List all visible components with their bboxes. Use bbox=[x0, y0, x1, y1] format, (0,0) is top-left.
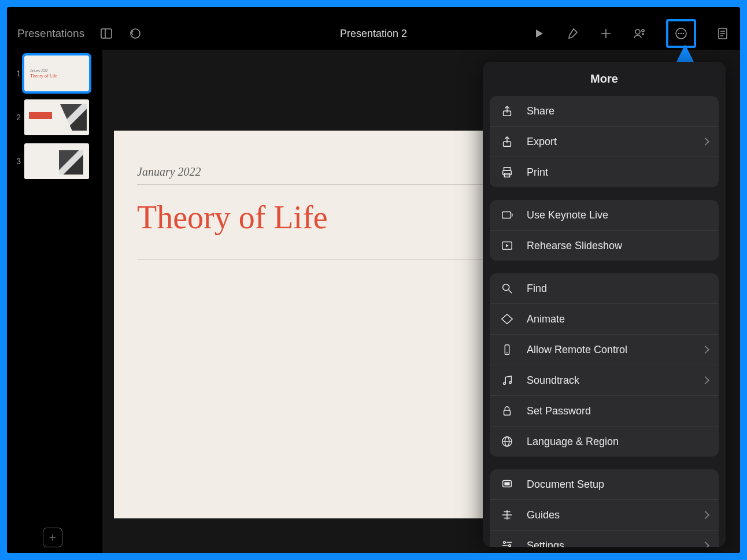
search-icon bbox=[500, 281, 514, 295]
menu-group-tools: Find Animate Allow Remote Control Soundt… bbox=[490, 273, 719, 457]
svg-point-6 bbox=[642, 29, 644, 32]
menu-label: Allow Remote Control bbox=[527, 344, 690, 356]
menu-label: Language & Region bbox=[527, 436, 708, 448]
slide-thumb-3[interactable]: 3 bbox=[7, 143, 102, 179]
menu-rehearse[interactable]: Rehearse Slideshow bbox=[490, 231, 719, 261]
svg-rect-29 bbox=[505, 345, 509, 355]
thumb-title: Theory of Life bbox=[30, 73, 83, 79]
svg-rect-33 bbox=[504, 410, 511, 415]
document-setup-icon bbox=[500, 477, 514, 491]
svg-marker-28 bbox=[502, 314, 512, 324]
svg-point-31 bbox=[504, 383, 506, 385]
menu-animate[interactable]: Animate bbox=[490, 304, 719, 335]
menu-label: Animate bbox=[527, 313, 708, 325]
menu-keynote-live[interactable]: Use Keynote Live bbox=[490, 200, 719, 231]
menu-document-setup[interactable]: Document Setup bbox=[490, 469, 719, 500]
settings-icon bbox=[500, 539, 514, 547]
svg-point-10 bbox=[678, 33, 680, 35]
menu-language[interactable]: Language & Region bbox=[490, 427, 719, 457]
thumb-number: 2 bbox=[14, 113, 21, 122]
svg-point-30 bbox=[506, 352, 508, 353]
more-button-highlighted[interactable] bbox=[666, 19, 696, 48]
menu-label: Print bbox=[527, 166, 708, 179]
export-icon bbox=[500, 135, 514, 149]
menu-label: Settings bbox=[527, 540, 690, 548]
status-bar bbox=[7, 7, 740, 17]
music-icon bbox=[500, 373, 514, 387]
chevron-right-icon bbox=[701, 138, 709, 146]
slide-thumbnail: January 2022 Theory of Life bbox=[24, 55, 89, 91]
menu-soundtrack[interactable]: Soundtrack bbox=[490, 365, 719, 396]
menu-remote[interactable]: Allow Remote Control bbox=[490, 335, 719, 365]
slide-thumb-2[interactable]: 2 bbox=[7, 99, 102, 135]
menu-label: Soundtrack bbox=[527, 374, 690, 387]
paintbrush-icon[interactable] bbox=[565, 27, 579, 40]
menu-group-settings: Document Setup Guides Settings bbox=[490, 469, 719, 547]
menu-label: Guides bbox=[527, 509, 690, 521]
menu-label: Find bbox=[527, 283, 708, 295]
menu-label: Share bbox=[527, 105, 708, 117]
svg-point-45 bbox=[509, 544, 511, 547]
menu-group-share: Share Export Print bbox=[490, 96, 719, 187]
document-title[interactable]: Presentation 2 bbox=[255, 28, 493, 40]
globe-icon bbox=[500, 435, 514, 448]
sidebar-toggle-icon[interactable] bbox=[99, 27, 113, 40]
toolbar: Presentations Presentation 2 bbox=[7, 17, 740, 50]
menu-group-present: Use Keynote Live Rehearse Slideshow bbox=[490, 200, 719, 261]
menu-print[interactable]: Print bbox=[490, 157, 719, 187]
remote-icon bbox=[500, 343, 514, 357]
print-icon bbox=[500, 165, 514, 179]
svg-point-11 bbox=[681, 33, 682, 35]
menu-label: Document Setup bbox=[527, 479, 708, 491]
svg-rect-24 bbox=[502, 212, 511, 218]
undo-icon[interactable] bbox=[128, 27, 142, 40]
chevron-right-icon bbox=[701, 346, 709, 354]
popover-title: More bbox=[483, 72, 726, 86]
thumb-date: January 2022 bbox=[30, 69, 83, 72]
share-icon bbox=[500, 104, 514, 118]
add-slide-button[interactable] bbox=[43, 528, 62, 547]
play-icon[interactable] bbox=[532, 27, 546, 40]
thumb-number: 3 bbox=[14, 157, 21, 166]
lock-icon bbox=[500, 404, 514, 418]
menu-label: Use Keynote Live bbox=[527, 209, 708, 221]
menu-label: Export bbox=[527, 136, 690, 148]
svg-point-32 bbox=[509, 381, 512, 384]
document-options-icon[interactable] bbox=[716, 27, 730, 40]
thumb-number: 1 bbox=[14, 69, 21, 78]
slide-thumbnail bbox=[24, 143, 89, 179]
chevron-right-icon bbox=[701, 376, 709, 384]
guides-icon bbox=[500, 508, 514, 522]
menu-export[interactable]: Export bbox=[490, 127, 719, 157]
ellipsis-icon bbox=[674, 27, 688, 40]
menu-password[interactable]: Set Password bbox=[490, 396, 719, 427]
svg-rect-21 bbox=[504, 168, 511, 171]
animate-icon bbox=[500, 312, 514, 326]
slide-navigator: 1 January 2022 Theory of Life 2 3 bbox=[7, 50, 102, 553]
svg-line-27 bbox=[509, 290, 512, 294]
collaborate-icon[interactable] bbox=[633, 27, 646, 40]
slide-thumbnail bbox=[24, 99, 89, 135]
svg-rect-0 bbox=[101, 29, 112, 38]
plus-icon[interactable] bbox=[599, 27, 613, 40]
back-button[interactable]: Presentations bbox=[17, 27, 84, 40]
menu-guides[interactable]: Guides bbox=[490, 500, 719, 531]
chevron-right-icon bbox=[701, 542, 709, 547]
more-popover: More Share Export Print Use Keynote Live bbox=[483, 62, 726, 547]
svg-point-43 bbox=[504, 542, 506, 544]
menu-settings[interactable]: Settings bbox=[490, 531, 719, 547]
rehearse-icon bbox=[500, 239, 514, 253]
menu-label: Set Password bbox=[527, 405, 708, 417]
svg-point-26 bbox=[503, 284, 509, 291]
svg-point-5 bbox=[635, 29, 640, 34]
broadcast-icon bbox=[500, 208, 514, 222]
menu-find[interactable]: Find bbox=[490, 273, 719, 304]
menu-share[interactable]: Share bbox=[490, 96, 719, 127]
slide-thumb-1[interactable]: 1 January 2022 Theory of Life bbox=[7, 55, 102, 91]
svg-point-12 bbox=[683, 33, 685, 35]
menu-label: Rehearse Slideshow bbox=[527, 240, 708, 252]
keynote-app: Presentations Presentation 2 bbox=[7, 7, 740, 553]
chevron-right-icon bbox=[701, 511, 709, 519]
svg-rect-38 bbox=[504, 482, 509, 485]
